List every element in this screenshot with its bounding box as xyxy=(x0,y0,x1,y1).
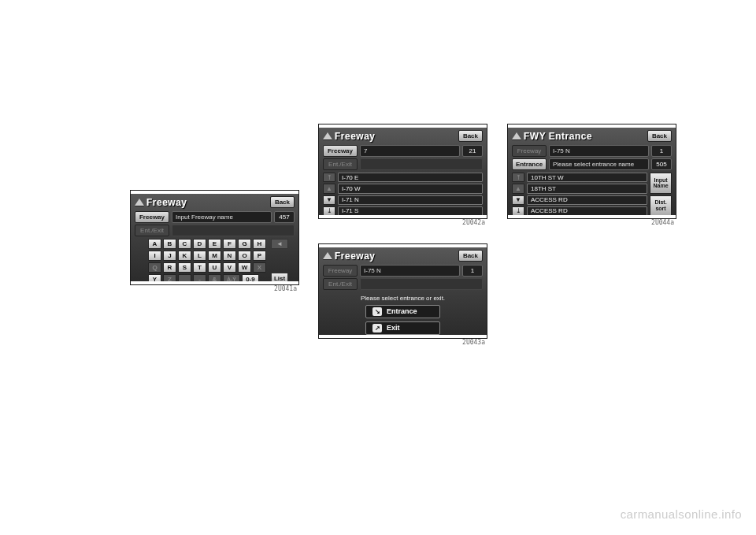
screen-title: Freeway xyxy=(335,251,456,262)
panel-bottom-bar xyxy=(131,281,298,284)
entexit-field-row: Ent./Exit xyxy=(131,224,298,237)
list-item[interactable]: I-70 E xyxy=(338,173,483,182)
key-D[interactable]: D xyxy=(193,239,206,249)
freeway-count: 1 xyxy=(462,265,483,277)
key-O[interactable]: O xyxy=(238,251,251,261)
key-L[interactable]: L xyxy=(193,251,206,261)
screen-title: Freeway xyxy=(146,197,268,208)
entexit-field-row: Ent./Exit xyxy=(319,158,487,171)
freeway-list-panel: Freeway Back Freeway 7 21 Ent./Exit ⤒ ▲ … xyxy=(318,124,487,219)
back-button[interactable]: Back xyxy=(458,130,483,142)
freeway-field-row: Freeway Input Freeway name 457 xyxy=(131,210,298,224)
key-F[interactable]: F xyxy=(223,239,236,249)
back-button[interactable]: Back xyxy=(647,130,672,142)
list-item[interactable]: I-71 N xyxy=(338,195,483,205)
key-I[interactable]: I xyxy=(148,251,161,261)
panel-top-bar xyxy=(508,124,676,128)
input-name-button[interactable]: Input Name xyxy=(650,173,672,194)
freeway-input[interactable]: Input Freeway name xyxy=(172,211,272,223)
map-icon[interactable] xyxy=(512,132,521,139)
entexit-input xyxy=(360,278,483,290)
key-C[interactable]: C xyxy=(178,239,191,249)
panel-bottom-bar xyxy=(319,215,487,218)
list-item[interactable]: ACCESS RD xyxy=(527,195,647,205)
select-caption: Please select entrance or exit. xyxy=(361,295,445,302)
kb-row-1: A B C D E F G H xyxy=(148,239,266,249)
panel-bottom-bar xyxy=(508,215,676,218)
entrance-count: 505 xyxy=(651,158,672,170)
scroll-top-button: ⤒ xyxy=(512,173,524,182)
key-B[interactable]: B xyxy=(163,239,176,249)
keyboard: A B C D E F G H I J K L M N O P Q R xyxy=(131,237,298,287)
entrance-icon: ↘ xyxy=(372,307,382,316)
exit-label: Exit xyxy=(387,324,400,332)
key-G[interactable]: G xyxy=(238,239,251,249)
list-item[interactable]: I-70 W xyxy=(338,184,483,193)
entrance-button[interactable]: ↘ Entrance xyxy=(365,305,440,318)
freeway-count: 21 xyxy=(462,145,483,157)
entexit-label: Ent./Exit xyxy=(135,225,169,236)
freeway-label[interactable]: Freeway xyxy=(135,211,169,223)
key-U[interactable]: U xyxy=(208,262,221,273)
freeway-label[interactable]: Freeway xyxy=(323,145,358,157)
key-K[interactable]: K xyxy=(178,251,191,261)
screen-title: FWY Entrance xyxy=(524,131,645,142)
list-area: ⤒ ▲ ▼ ⤓ I-70 E I-70 W I-71 N I-71 S xyxy=(319,171,487,218)
entexit-field-row: Ent./Exit xyxy=(319,277,487,291)
panel-top-bar xyxy=(319,124,487,128)
entexit-label: Ent./Exit xyxy=(323,278,358,290)
freeway-field-row: Freeway I-75 N 1 xyxy=(319,264,487,277)
map-icon[interactable] xyxy=(323,252,332,259)
scroll-down-button[interactable]: ▼ xyxy=(512,195,524,205)
freeway-field-row: Freeway 7 21 xyxy=(319,144,487,158)
key-A[interactable]: A xyxy=(148,239,161,249)
scroll-column: ⤒ ▲ ▼ ⤓ xyxy=(323,173,335,216)
map-icon[interactable] xyxy=(135,199,144,206)
entrance-field-row: Entrance Please select entrance name 505 xyxy=(508,158,676,171)
key-S[interactable]: S xyxy=(178,262,191,273)
keyboard-grid: A B C D E F G H I J K L M N O P Q R xyxy=(148,239,266,284)
map-icon[interactable] xyxy=(323,132,332,139)
freeway-input: I-75 N xyxy=(360,265,460,277)
scroll-down-button[interactable]: ▼ xyxy=(323,195,335,205)
entrance-label[interactable]: Entrance xyxy=(512,158,547,170)
kb-row-3: Q R S T U V W X xyxy=(148,262,266,273)
key-E[interactable]: E xyxy=(208,239,221,249)
list-item[interactable]: 18TH ST xyxy=(527,184,647,193)
key-N[interactable]: N xyxy=(223,251,236,261)
key-Q: Q xyxy=(148,262,161,273)
scroll-column: ⤒ ▲ ▼ ⤓ xyxy=(512,173,524,216)
scroll-up-button: ▲ xyxy=(323,184,335,193)
scroll-up-button: ▲ xyxy=(512,184,524,193)
key-X: X xyxy=(253,262,266,273)
list-item[interactable]: 10TH ST W xyxy=(527,173,647,182)
key-T[interactable]: T xyxy=(193,262,206,273)
exit-button[interactable]: ↗ Exit xyxy=(365,321,440,335)
keyboard-side-column: ◄ List xyxy=(271,239,288,284)
screen-title: Freeway xyxy=(335,131,456,142)
freeway-keyboard-panel: Freeway Back Freeway Input Freeway name … xyxy=(130,190,299,285)
freeway-label: Freeway xyxy=(512,145,547,157)
back-button[interactable]: Back xyxy=(270,196,295,208)
kb-row-2: I J K L M N O P xyxy=(148,251,266,261)
freeway-label: Freeway xyxy=(323,265,358,277)
fwy-entrance-panel: FWY Entrance Back Freeway I-75 N 1 Entra… xyxy=(507,124,676,219)
key-J[interactable]: J xyxy=(163,251,176,261)
freeway-input[interactable]: 7 xyxy=(360,145,460,157)
key-P[interactable]: P xyxy=(253,251,266,261)
key-M[interactable]: M xyxy=(208,251,221,261)
right-button-column: Input Name Dist. sort xyxy=(650,173,672,216)
figure-id: 2U043a xyxy=(462,339,485,346)
key-V[interactable]: V xyxy=(223,262,236,273)
dist-sort-button[interactable]: Dist. sort xyxy=(650,195,672,217)
panel-top-bar xyxy=(131,191,298,194)
backspace-button[interactable]: ◄ xyxy=(271,239,288,249)
freeway-field-row: Freeway I-75 N 1 xyxy=(508,144,676,158)
key-W[interactable]: W xyxy=(238,262,251,273)
figure-id: 2U042a xyxy=(462,219,485,226)
back-button[interactable]: Back xyxy=(458,250,483,262)
key-H[interactable]: H xyxy=(253,239,266,249)
entrance-label: Entrance xyxy=(387,307,417,315)
entrance-input[interactable]: Please select entrance name xyxy=(549,158,649,170)
key-R[interactable]: R xyxy=(163,262,176,273)
